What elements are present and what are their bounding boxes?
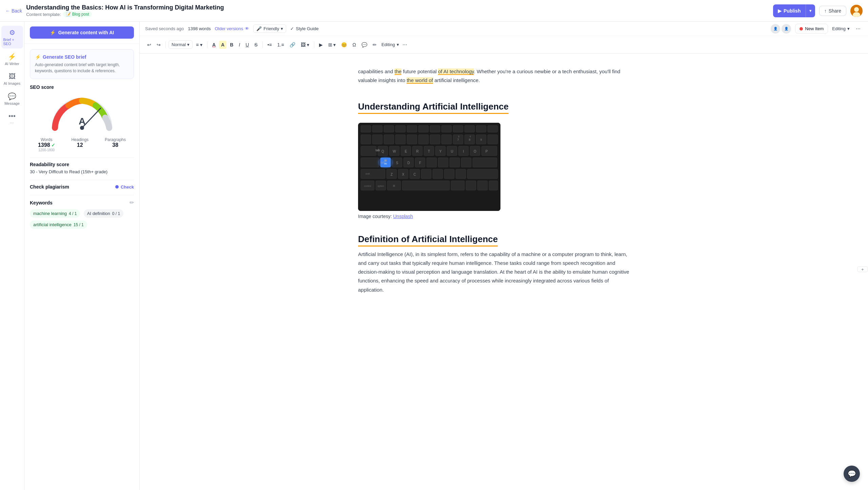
toolbar-more-button[interactable]: ⋯ [400,41,409,49]
keywords-section: Keywords ✏ machine learning 4 / 1 AI def… [30,199,134,232]
keywords-list: machine learning 4 / 1 AI definition 0 /… [30,209,134,232]
comment-button[interactable]: 💬 [359,41,369,49]
tone-selector[interactable]: 🎤 Friendly ▾ [253,24,286,33]
brief-seo-icon: ⚙ [9,28,15,37]
redo-button[interactable]: ↪ [155,41,163,49]
collaborator-avatar-1: 👤 [771,24,780,34]
svg-rect-9 [384,125,394,132]
flash-icon: ⚡ [35,54,41,60]
add-block-button[interactable]: + [857,267,868,272]
toolbar-separator-4 [314,41,314,48]
svg-text:Y: Y [439,150,442,153]
image-button[interactable]: 🖼 ▾ [299,41,311,49]
strikethrough-button[interactable]: S [252,41,259,49]
svg-rect-18 [488,125,498,132]
template-label: Content template: [26,12,61,17]
svg-text:tab: tab [376,149,380,152]
emoji-button[interactable]: 😊 [339,41,349,49]
svg-rect-24 [418,135,429,144]
svg-rect-26 [441,135,452,144]
format-selector[interactable]: Normal ▾ [169,40,193,49]
ai-writer-icon: ⚡ [8,53,16,61]
table-button[interactable]: ⊞ ▾ [326,41,338,49]
svg-rect-30 [488,135,498,144]
svg-text:C: C [413,173,416,176]
align-button[interactable]: ≡ ▾ [194,41,204,49]
svg-rect-47 [427,158,437,167]
numbered-list-button[interactable]: 1.≡ [275,41,286,49]
share-button[interactable]: ↑ Share [819,6,846,16]
bold-button[interactable]: B [228,41,235,49]
message-icon: 💬 [8,92,16,100]
highlight-button[interactable]: A [219,41,226,49]
new-item-dot-icon [800,27,803,31]
avatar[interactable] [850,5,863,17]
sidebar-item-more[interactable]: ••• ⋯ [1,110,23,128]
check-dot-icon [115,185,119,189]
keyword-tag-ai: artificial intelligence 15 / 1 [30,220,87,229]
eye-icon: 👁 [245,26,249,31]
publish-button[interactable]: ▶ Publish ▾ [773,4,815,17]
new-item-button[interactable]: New Item [795,24,828,34]
seo-panel: ⚡ Generate content with AI ⚡ Generate SE… [24,22,140,490]
chat-icon: 💬 [848,470,856,478]
toolbar-separator-3 [262,41,263,48]
more-options-button[interactable]: ⋯ [854,25,863,33]
main-layout: ⚙ Brief + SEO ⚡ AI Writer 🖼 AI Images 💬 … [0,22,868,490]
editing-inline: Editing ▾ [381,42,399,47]
svg-rect-50 [461,158,471,167]
sidebar-item-ai-images[interactable]: 🖼 AI Images [1,70,23,88]
editor-scroll: capabilities and the future potential of… [140,54,868,490]
seo-panel-header: ⚡ Generate content with AI [24,22,139,44]
play-icon: ▶ [778,8,782,14]
text-color-button[interactable]: A [210,41,218,49]
editor-content[interactable]: capabilities and the future potential of… [338,54,656,490]
svg-text:S: S [396,161,398,165]
check-plagiarism-button[interactable]: Check [115,184,134,190]
style-guide-button[interactable]: ✓ Style Guide [290,26,318,31]
editing-mode: Editing ▾ [832,26,850,31]
generate-ai-button[interactable]: ⚡ Generate content with AI [30,26,134,39]
svg-rect-60 [467,169,498,179]
header-subtitle: Content template: 📝 Blog post [26,11,224,17]
highlight-of-ai-tech: of AI technology [438,68,474,75]
italic-button[interactable]: I [237,41,242,49]
bullet-list-button[interactable]: •≡ [265,41,274,49]
collaborator-avatar-2: 👤 [782,24,791,34]
svg-rect-8 [372,125,382,132]
publish-dropdown-icon[interactable]: ▾ [806,4,815,17]
tone-chevron-icon: ▾ [281,26,283,31]
underline-button[interactable]: U [243,41,251,49]
keyword-tag-ai-def: AI definition 0 / 1 [84,209,123,218]
more-icon: ••• [8,112,16,120]
svg-rect-48 [438,158,448,167]
sidebar-item-brief-seo[interactable]: ⚙ Brief + SEO [1,26,23,48]
unsplash-link[interactable]: Unsplash [393,214,413,219]
chat-bubble-button[interactable]: 💬 [844,466,860,482]
svg-text:A: A [78,116,85,126]
svg-rect-51 [473,158,497,167]
toolbar-separator-1 [165,41,166,48]
svg-text:E: E [405,150,407,153]
blog-icon: 📝 [66,12,71,17]
svg-rect-12 [418,125,429,132]
format-chevron-icon: ▾ [187,42,190,47]
keywords-edit-button[interactable]: ✏ [130,199,134,206]
seo-panel-content: ⚡ Generate SEO brief Auto-generated cont… [24,44,139,237]
special-char-button[interactable]: Ω [350,41,358,49]
svg-rect-11 [407,125,417,132]
plagiarism-section: Check plagiarism Check [30,184,134,190]
sidebar-item-message[interactable]: 💬 Message [1,90,23,108]
svg-rect-14 [441,125,452,132]
svg-text:$: $ [458,135,459,138]
back-button[interactable]: ← Back [5,8,22,14]
older-versions-button[interactable]: Older versions 👁 [215,26,249,31]
undo-button[interactable]: ↩ [145,41,153,49]
svg-text:4: 4 [470,135,471,138]
svg-rect-52 [361,169,385,179]
link-button[interactable]: 🔗 [288,41,297,49]
sidebar-item-ai-writer[interactable]: ⚡ AI Writer [1,50,23,68]
pencil-button[interactable]: ✏ [371,41,379,49]
image-caption: Image courtesy: Unsplash [358,214,629,219]
play-button[interactable]: ▶ [317,41,325,49]
